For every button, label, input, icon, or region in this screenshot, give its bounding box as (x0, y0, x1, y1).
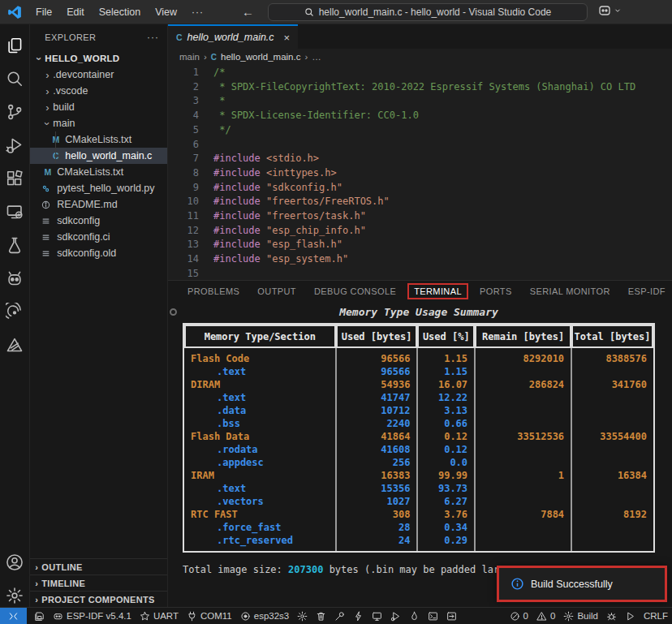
command-center-search[interactable]: hello_world_main.c - hello_world - Visua… (268, 3, 588, 21)
source-control-icon[interactable] (3, 101, 26, 123)
profile-button[interactable] (598, 4, 622, 17)
panel-tab-serial-monitor[interactable]: SERIAL MONITOR (523, 284, 617, 299)
tree-item-sdkconfig-ci[interactable]: sdkconfig.ci (30, 229, 167, 245)
component-registry-icon[interactable] (3, 334, 26, 356)
status-item-flame[interactable] (405, 608, 424, 624)
remote-explorer-icon[interactable] (3, 200, 26, 223)
sidebar-section-timeline[interactable]: ›TIMELINE (30, 575, 167, 591)
status-item-gear[interactable] (293, 608, 312, 624)
build-notification[interactable]: Build Successfully (497, 566, 667, 602)
tree-item-sdkconfig-old[interactable]: sdkconfig.old (30, 245, 167, 261)
explorer-title: EXPLORER (45, 32, 96, 42)
breadcrumb-folder[interactable]: main (179, 52, 200, 62)
menu-view[interactable]: View (148, 0, 184, 24)
status-item-uart[interactable]: UART (136, 608, 183, 624)
tree-item-cmakelists-txt[interactable]: MCMakeLists.txt (30, 164, 167, 180)
status-item-remote[interactable] (0, 608, 27, 624)
search-text: hello_world_main.c - hello_world - Visua… (319, 6, 552, 18)
status-item-0[interactable]: 0 (532, 611, 559, 622)
code-editor[interactable]: 1/*2 * SPDX-FileCopyrightText: 2010-2022… (168, 65, 672, 280)
status-item-build[interactable]: Build (559, 611, 602, 622)
breadcrumb-tail[interactable]: … (312, 52, 321, 62)
memory-cell: 286824 (475, 378, 571, 391)
explorer-icon[interactable] (3, 34, 26, 57)
tree-item-sdkconfig[interactable]: sdkconfig (30, 213, 167, 229)
panel-tab-ports[interactable]: PORTS (473, 284, 519, 299)
search-icon[interactable] (3, 67, 26, 90)
tree-item-label: sdkconfig.ci (57, 231, 110, 243)
status-item-terminal[interactable] (424, 608, 442, 624)
sidebar-section-outline[interactable]: ›OUTLINE (30, 558, 167, 575)
menu-file[interactable]: File (28, 0, 59, 24)
tree-item-hello-world[interactable]: ›HELLO_WORLD (30, 50, 167, 67)
memory-cell (475, 534, 571, 547)
memory-cell: 16383 (336, 469, 418, 482)
tree-item-main[interactable]: ›main (30, 115, 167, 131)
memory-row--data: .data107123.13 (184, 404, 653, 417)
memory-cell: 0.12 (417, 430, 475, 443)
status-item-debug[interactable] (386, 608, 405, 624)
breadcrumb[interactable]: main › C hello_world_main.c › … (168, 49, 672, 65)
tree-item-pytest-hello-world-py[interactable]: pytest_hello_world.py (30, 180, 167, 196)
memory-cell: 0.0 (417, 456, 475, 469)
tab-hello-world-main-c[interactable]: C hello_world_main.c × (168, 24, 298, 49)
memory-cell: 341760 (571, 378, 653, 391)
panel-tab-esp-idf[interactable]: ESP-IDF (622, 284, 672, 299)
code-text: #include "esp_chip_info.h" (199, 224, 366, 239)
close-icon[interactable]: × (284, 32, 291, 44)
panel-tab-debug-console[interactable]: DEBUG CONSOLE (308, 284, 403, 299)
memory-cell: 33554400 (571, 430, 653, 443)
run-debug-icon[interactable] (3, 134, 26, 157)
status-item-lightning[interactable] (349, 608, 368, 624)
memory-cell: 1.15 (417, 352, 475, 365)
testing-icon[interactable] (3, 234, 26, 256)
title-bar: File Edit Selection View ··· ← → hello_w… (0, 0, 672, 24)
status-item-esp32s3[interactable]: esp32s3 (236, 608, 293, 624)
back-arrow-icon[interactable]: ← (242, 5, 254, 19)
status-item-crlf[interactable]: CRLF (640, 611, 672, 621)
tree-item--devcontainer[interactable]: ›.devcontainer (30, 67, 167, 83)
tree-item-readme-md[interactable]: README.md (30, 196, 167, 213)
account-icon[interactable] (3, 551, 26, 574)
tree-item-build[interactable]: ›build (30, 99, 167, 115)
status-item-trash[interactable] (312, 608, 330, 624)
panel-tab-problems[interactable]: PROBLEMS (181, 284, 246, 299)
status-item-com11[interactable]: COM11 (183, 608, 236, 624)
section-label: OUTLINE (41, 562, 82, 572)
tree-item-hello-world-main-c[interactable]: Chello_world_main.c (30, 148, 167, 164)
status-item-0[interactable]: 0 (506, 611, 532, 622)
code-line: 9#include "sdkconfig.h" (168, 181, 672, 196)
status-item-export[interactable] (442, 608, 461, 624)
extensions-icon[interactable] (3, 167, 26, 190)
explorer-more-button[interactable]: ··· (147, 32, 159, 43)
chevron-right-icon: › (35, 579, 38, 588)
memory-cell (475, 404, 571, 417)
memory-cell (571, 417, 653, 430)
panel-tab-terminal[interactable]: TERMINAL (407, 283, 468, 299)
settings-gear-icon[interactable] (3, 584, 26, 607)
breadcrumb-file[interactable]: hello_world_main.c (221, 52, 300, 62)
tree-item--vscode[interactable]: ›.vscode (30, 83, 167, 99)
status-item-wrench[interactable] (330, 608, 349, 624)
espressif-icon[interactable] (3, 300, 26, 323)
memory-row-iram: IRAM1638399.99116384 (184, 469, 653, 482)
code-line: 12#include "esp_chip_info.h" (168, 224, 672, 239)
panel-tab-output[interactable]: OUTPUT (251, 284, 303, 299)
status-item-monitor[interactable] (368, 608, 386, 624)
status-item-esp-idf-v5-4-1[interactable]: ESP-IDF v5.4.1 (49, 608, 136, 624)
robot-icon[interactable] (3, 267, 26, 290)
menu-selection[interactable]: Selection (92, 0, 148, 24)
memory-cell (475, 521, 571, 534)
trash-icon (316, 611, 326, 622)
status-item-bug[interactable] (602, 611, 621, 622)
menu-more[interactable]: ··· (184, 6, 211, 18)
memory-cell: .bss (184, 417, 336, 430)
status-item-save-all[interactable] (30, 608, 49, 624)
menu-edit[interactable]: Edit (59, 0, 92, 24)
terminal-view[interactable]: Memory Type Usage Summary Memory Type/Se… (168, 302, 672, 575)
status-item-play[interactable] (621, 611, 640, 622)
tree-item-cmakelists-txt[interactable]: MCMakeLists.txt (30, 131, 167, 148)
tree-item-label: CMakeLists.txt (57, 166, 123, 178)
sidebar-section-project-components[interactable]: ›PROJECT COMPONENTS (30, 591, 167, 607)
memory-cell: 33512536 (475, 430, 571, 443)
